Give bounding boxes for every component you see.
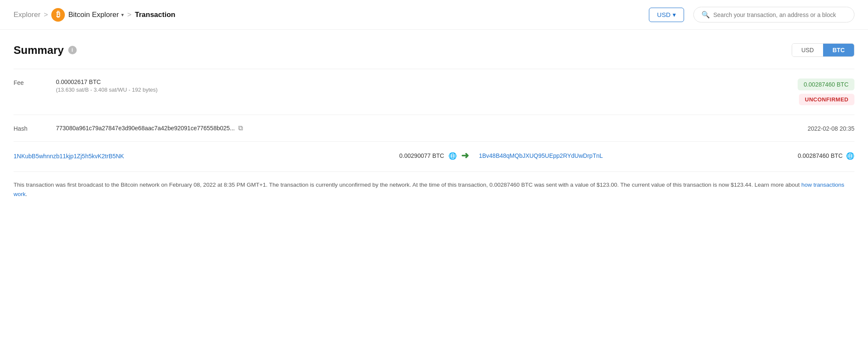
search-box: 🔍 xyxy=(693,7,854,22)
fee-right: 0.00287460 BTC UNCONFIRMED xyxy=(798,78,854,105)
hash-value-container: 773080a961c79a27847e3d90e68aac7a42be9209… xyxy=(56,124,807,132)
tx-middle: 0.00290077 BTC 🌐 ➜ xyxy=(389,150,479,161)
hash-timestamp: 2022-02-08 20:35 xyxy=(807,124,854,132)
breadcrumb-bitcoin-explorer[interactable]: Bitcoin Explorer ▾ xyxy=(68,11,124,19)
summary-title: Summary xyxy=(14,44,64,57)
footer-period: . xyxy=(26,191,28,197)
tx-from-amount: 0.00290077 BTC xyxy=(399,152,444,159)
globe-icon-right[interactable]: 🌐 xyxy=(846,152,854,160)
currency-toggle-group: USD BTC xyxy=(792,43,854,57)
hash-row: Hash 773080a961c79a27847e3d90e68aac7a42b… xyxy=(14,115,854,141)
footer-note-text: This transaction was first broadcast to … xyxy=(14,182,801,188)
unconfirmed-badge: UNCONFIRMED xyxy=(799,94,854,105)
globe-icon-left[interactable]: 🌐 xyxy=(448,152,457,160)
fee-label: Fee xyxy=(14,78,56,86)
footer-note: This transaction was first broadcast to … xyxy=(14,171,854,199)
breadcrumb-transaction: Transaction xyxy=(135,11,175,19)
breadcrumb-sep-2: > xyxy=(127,11,131,19)
fee-main-value: 0.00002617 BTC xyxy=(56,78,798,85)
search-input[interactable] xyxy=(713,11,846,18)
hash-label: Hash xyxy=(14,124,56,132)
toggle-usd-button[interactable]: USD xyxy=(792,44,823,56)
summary-title-row: Summary i xyxy=(14,44,77,57)
breadcrumb: Explorer > ₿ Bitcoin Explorer ▾ > Transa… xyxy=(14,8,645,22)
fee-sub-value: (13.630 sat/B - 3.408 sat/WU - 192 bytes… xyxy=(56,87,798,93)
tx-to-btc-amount: 0.00287460 BTC xyxy=(798,152,843,159)
fee-btc-amount: 0.00287460 BTC xyxy=(798,78,854,90)
copy-icon[interactable]: ⧉ xyxy=(238,124,243,132)
currency-dropdown-icon: ▾ xyxy=(673,11,676,19)
hash-value: 773080a961c79a27847e3d90e68aac7a42be9209… xyxy=(56,124,807,132)
tx-arrow-icon: ➜ xyxy=(461,150,469,161)
fee-row: Fee 0.00002617 BTC (13.630 sat/B - 3.408… xyxy=(14,69,854,115)
tx-from: 1NKubB5whnnzb11kjp1Zj5h5kvK2trB5NK xyxy=(14,152,389,160)
main-content: Summary i USD BTC Fee 0.00002617 BTC (13… xyxy=(0,30,868,209)
tx-to-amount: 0.00287460 BTC 🌐 xyxy=(798,152,854,160)
transaction-flow-row: 1NKubB5whnnzb11kjp1Zj5h5kvK2trB5NK 0.002… xyxy=(14,141,854,170)
tx-to-address-link[interactable]: 1Bv48B48qMQbJXUQ95UEpp2RYdUwDrpTnL xyxy=(479,152,603,159)
bitcoin-logo-icon: ₿ xyxy=(51,8,65,22)
currency-button[interactable]: USD ▾ xyxy=(649,8,684,22)
breadcrumb-sep-1: > xyxy=(44,11,48,19)
toggle-btc-button[interactable]: BTC xyxy=(823,44,854,56)
header: Explorer > ₿ Bitcoin Explorer ▾ > Transa… xyxy=(0,0,868,30)
breadcrumb-explorer[interactable]: Explorer xyxy=(14,11,40,19)
search-icon: 🔍 xyxy=(701,11,710,19)
bitcoin-explorer-dropdown-icon[interactable]: ▾ xyxy=(121,12,124,18)
hash-text: 773080a961c79a27847e3d90e68aac7a42be9209… xyxy=(56,125,235,132)
tx-to: 1Bv48B48qMQbJXUQ95UEpp2RYdUwDrpTnL 0.002… xyxy=(479,152,854,160)
summary-header: Summary i USD BTC xyxy=(14,43,854,57)
fee-value: 0.00002617 BTC (13.630 sat/B - 3.408 sat… xyxy=(56,78,798,93)
info-icon[interactable]: i xyxy=(68,46,77,54)
tx-from-address-link[interactable]: 1NKubB5whnnzb11kjp1Zj5h5kvK2trB5NK xyxy=(14,153,124,160)
